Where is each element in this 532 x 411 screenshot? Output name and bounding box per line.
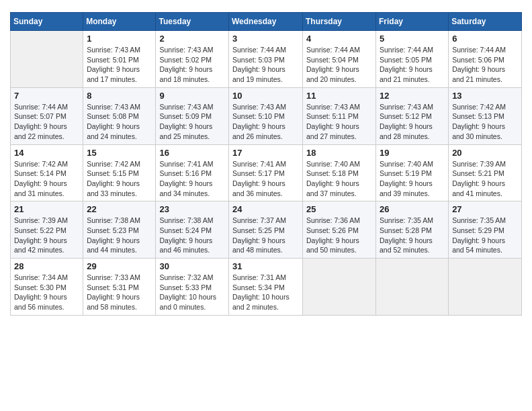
day-number: 19: [380, 148, 445, 158]
day-number: 16: [159, 148, 225, 158]
day-number: 28: [14, 261, 79, 271]
day-number: 21: [14, 204, 79, 214]
day-info: Sunrise: 7:43 AMSunset: 5:02 PMDaylight:…: [159, 45, 225, 85]
day-info: Sunrise: 7:44 AMSunset: 5:05 PMDaylight:…: [380, 45, 445, 85]
calendar-cell: 27Sunrise: 7:35 AMSunset: 5:29 PMDayligh…: [449, 201, 522, 259]
header-cell-friday: Friday: [376, 13, 449, 31]
header-cell-sunday: Sunday: [11, 13, 83, 31]
day-number: 6: [452, 34, 518, 44]
week-row-2: 7Sunrise: 7:44 AMSunset: 5:07 PMDaylight…: [11, 87, 522, 144]
week-row-5: 28Sunrise: 7:34 AMSunset: 5:30 PMDayligh…: [11, 259, 522, 316]
calendar-cell: 31Sunrise: 7:31 AMSunset: 5:34 PMDayligh…: [229, 259, 303, 316]
week-row-1: 1Sunrise: 7:43 AMSunset: 5:01 PMDaylight…: [11, 31, 522, 88]
day-number: 17: [232, 148, 299, 158]
day-number: 8: [87, 91, 152, 101]
day-number: 5: [380, 34, 445, 44]
calendar-cell: [303, 259, 376, 316]
header-cell-monday: Monday: [83, 13, 156, 31]
day-info: Sunrise: 7:42 AMSunset: 5:13 PMDaylight:…: [452, 102, 518, 142]
day-number: 30: [159, 261, 225, 271]
day-number: 24: [232, 204, 299, 214]
calendar-cell: 15Sunrise: 7:42 AMSunset: 5:15 PMDayligh…: [83, 144, 156, 201]
calendar-cell: 10Sunrise: 7:43 AMSunset: 5:10 PMDayligh…: [229, 87, 303, 144]
calendar-cell: [376, 259, 449, 316]
day-info: Sunrise: 7:44 AMSunset: 5:03 PMDaylight:…: [232, 45, 299, 85]
calendar-cell: 26Sunrise: 7:35 AMSunset: 5:28 PMDayligh…: [376, 201, 449, 259]
day-info: Sunrise: 7:40 AMSunset: 5:18 PMDaylight:…: [306, 159, 372, 199]
day-info: Sunrise: 7:42 AMSunset: 5:14 PMDaylight:…: [14, 159, 79, 199]
calendar-cell: 28Sunrise: 7:34 AMSunset: 5:30 PMDayligh…: [11, 259, 83, 316]
calendar-cell: 2Sunrise: 7:43 AMSunset: 5:02 PMDaylight…: [156, 31, 229, 88]
day-info: Sunrise: 7:37 AMSunset: 5:25 PMDaylight:…: [232, 216, 299, 255]
calendar-cell: 29Sunrise: 7:33 AMSunset: 5:31 PMDayligh…: [83, 259, 156, 316]
day-number: 22: [87, 204, 152, 214]
day-info: Sunrise: 7:34 AMSunset: 5:30 PMDaylight:…: [14, 273, 79, 312]
day-number: 29: [87, 261, 152, 271]
day-number: 15: [87, 148, 152, 158]
day-info: Sunrise: 7:44 AMSunset: 5:04 PMDaylight:…: [306, 45, 372, 85]
calendar-cell: 23Sunrise: 7:38 AMSunset: 5:24 PMDayligh…: [156, 201, 229, 259]
calendar-cell: 25Sunrise: 7:36 AMSunset: 5:26 PMDayligh…: [303, 201, 376, 259]
calendar-cell: 24Sunrise: 7:37 AMSunset: 5:25 PMDayligh…: [229, 201, 303, 259]
day-number: 11: [306, 91, 372, 101]
day-info: Sunrise: 7:41 AMSunset: 5:16 PMDaylight:…: [159, 159, 225, 199]
calendar-cell: 1Sunrise: 7:43 AMSunset: 5:01 PMDaylight…: [83, 31, 156, 88]
calendar-cell: 8Sunrise: 7:43 AMSunset: 5:08 PMDaylight…: [83, 87, 156, 144]
week-row-4: 21Sunrise: 7:39 AMSunset: 5:22 PMDayligh…: [11, 201, 522, 259]
calendar-cell: 14Sunrise: 7:42 AMSunset: 5:14 PMDayligh…: [11, 144, 83, 201]
day-info: Sunrise: 7:33 AMSunset: 5:31 PMDaylight:…: [87, 273, 152, 312]
calendar-table: SundayMondayTuesdayWednesdayThursdayFrid…: [10, 12, 522, 316]
day-number: 3: [232, 34, 299, 44]
header-cell-thursday: Thursday: [303, 13, 376, 31]
day-number: 23: [159, 204, 225, 214]
day-info: Sunrise: 7:43 AMSunset: 5:10 PMDaylight:…: [232, 102, 299, 142]
day-info: Sunrise: 7:41 AMSunset: 5:17 PMDaylight:…: [232, 159, 299, 199]
calendar-cell: 22Sunrise: 7:38 AMSunset: 5:23 PMDayligh…: [83, 201, 156, 259]
calendar-cell: [11, 31, 83, 88]
calendar-cell: 12Sunrise: 7:43 AMSunset: 5:12 PMDayligh…: [376, 87, 449, 144]
day-number: 9: [159, 91, 225, 101]
day-info: Sunrise: 7:38 AMSunset: 5:24 PMDaylight:…: [159, 216, 225, 255]
day-number: 31: [232, 261, 299, 271]
header-cell-saturday: Saturday: [449, 13, 522, 31]
day-number: 12: [380, 91, 445, 101]
day-info: Sunrise: 7:35 AMSunset: 5:28 PMDaylight:…: [380, 216, 445, 255]
header-row: SundayMondayTuesdayWednesdayThursdayFrid…: [11, 13, 522, 31]
day-info: Sunrise: 7:39 AMSunset: 5:22 PMDaylight:…: [14, 216, 79, 255]
calendar-cell: 13Sunrise: 7:42 AMSunset: 5:13 PMDayligh…: [449, 87, 522, 144]
day-info: Sunrise: 7:43 AMSunset: 5:12 PMDaylight:…: [380, 102, 445, 142]
day-info: Sunrise: 7:31 AMSunset: 5:34 PMDaylight:…: [232, 273, 299, 312]
calendar-cell: 30Sunrise: 7:32 AMSunset: 5:33 PMDayligh…: [156, 259, 229, 316]
day-info: Sunrise: 7:32 AMSunset: 5:33 PMDaylight:…: [159, 273, 225, 312]
calendar-cell: 17Sunrise: 7:41 AMSunset: 5:17 PMDayligh…: [229, 144, 303, 201]
day-number: 7: [14, 91, 79, 101]
calendar-cell: 7Sunrise: 7:44 AMSunset: 5:07 PMDaylight…: [11, 87, 83, 144]
day-number: 18: [306, 148, 372, 158]
day-info: Sunrise: 7:44 AMSunset: 5:07 PMDaylight:…: [14, 102, 79, 142]
calendar-cell: 16Sunrise: 7:41 AMSunset: 5:16 PMDayligh…: [156, 144, 229, 201]
day-info: Sunrise: 7:35 AMSunset: 5:29 PMDaylight:…: [452, 216, 518, 255]
day-info: Sunrise: 7:44 AMSunset: 5:06 PMDaylight:…: [452, 45, 518, 85]
calendar-cell: 19Sunrise: 7:40 AMSunset: 5:19 PMDayligh…: [376, 144, 449, 201]
day-number: 2: [159, 34, 225, 44]
day-number: 4: [306, 34, 372, 44]
day-info: Sunrise: 7:43 AMSunset: 5:01 PMDaylight:…: [87, 45, 152, 85]
calendar-cell: 21Sunrise: 7:39 AMSunset: 5:22 PMDayligh…: [11, 201, 83, 259]
day-info: Sunrise: 7:36 AMSunset: 5:26 PMDaylight:…: [306, 216, 372, 255]
week-row-3: 14Sunrise: 7:42 AMSunset: 5:14 PMDayligh…: [11, 144, 522, 201]
day-number: 10: [232, 91, 299, 101]
calendar-cell: 4Sunrise: 7:44 AMSunset: 5:04 PMDaylight…: [303, 31, 376, 88]
day-number: 20: [452, 148, 518, 158]
day-info: Sunrise: 7:38 AMSunset: 5:23 PMDaylight:…: [87, 216, 152, 255]
calendar-cell: [449, 259, 522, 316]
day-info: Sunrise: 7:43 AMSunset: 5:11 PMDaylight:…: [306, 102, 372, 142]
day-number: 1: [87, 34, 152, 44]
calendar-cell: 11Sunrise: 7:43 AMSunset: 5:11 PMDayligh…: [303, 87, 376, 144]
calendar-cell: 6Sunrise: 7:44 AMSunset: 5:06 PMDaylight…: [449, 31, 522, 88]
day-info: Sunrise: 7:40 AMSunset: 5:19 PMDaylight:…: [380, 159, 445, 199]
day-info: Sunrise: 7:42 AMSunset: 5:15 PMDaylight:…: [87, 159, 152, 199]
calendar-cell: 18Sunrise: 7:40 AMSunset: 5:18 PMDayligh…: [303, 144, 376, 201]
day-number: 14: [14, 148, 79, 158]
day-info: Sunrise: 7:43 AMSunset: 5:08 PMDaylight:…: [87, 102, 152, 142]
calendar-cell: 3Sunrise: 7:44 AMSunset: 5:03 PMDaylight…: [229, 31, 303, 88]
